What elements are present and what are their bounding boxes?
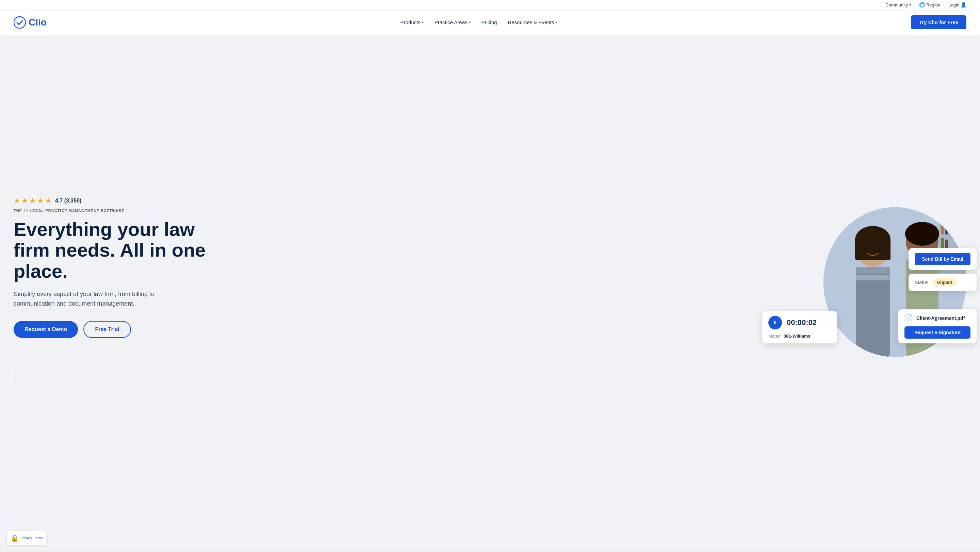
send-bill-card: Send Bill by Email <box>908 248 977 270</box>
nav-links: Products ▾ Practice Areas ▾ Pricing Reso… <box>401 19 557 25</box>
doc-filename: Client-Agreement.pdf <box>916 315 965 321</box>
legal-badge: THE #1 LEGAL PRACTICE MANAGEMENT SOFTWAR… <box>14 208 205 213</box>
matter-value: 081-Williams <box>784 334 811 339</box>
try-clio-button[interactable]: Try Clio for Free <box>911 15 966 29</box>
nav-resources[interactable]: Resources & Events ▾ <box>508 19 557 25</box>
nav-practice-areas[interactable]: Practice Areas ▾ <box>434 19 471 25</box>
timer-card: ⏸ 00:00:02 Matter 081-Williams <box>762 311 837 344</box>
recaptcha-privacy-terms[interactable]: Privacy · Terms <box>22 536 43 541</box>
community-label: Community <box>885 2 908 8</box>
timer-matter-row: Matter 081-Williams <box>768 334 817 339</box>
arrow-down-icon: ↓ <box>14 375 17 382</box>
user-icon: 👤 <box>961 2 966 8</box>
logo-link[interactable]: Clio <box>14 16 47 29</box>
top-bar: Community ▾ 🌐 Region Login 👤 <box>0 0 980 10</box>
rating-row: ★ ★ ★ ★ ★ 4.7 (3,350) <box>14 196 205 205</box>
document-card: 📄 Client-Agreement.pdf Request e-Signatu… <box>898 309 977 344</box>
svg-point-13 <box>905 222 939 246</box>
star-rating: ★ ★ ★ ★ ★ <box>14 196 52 205</box>
doc-row: 📄 Client-Agreement.pdf <box>904 314 970 322</box>
region-menu[interactable]: 🌐 Region <box>919 2 940 8</box>
svg-rect-15 <box>941 214 944 234</box>
status-label: Status <box>915 280 928 285</box>
timer-card-inner: ⏸ 00:00:02 Matter 081-Williams <box>768 316 817 339</box>
headline-line1: Everything your law <box>14 218 195 240</box>
rating-value: 4.7 (3,350) <box>55 198 81 204</box>
timer-display: 00:00:02 <box>787 318 817 327</box>
free-trial-button[interactable]: Free Trial <box>83 321 130 338</box>
svg-rect-16 <box>945 218 948 234</box>
hero-headline: Everything your law firm needs. All in o… <box>14 219 205 282</box>
star-1: ★ <box>14 196 21 205</box>
resources-chevron-icon: ▾ <box>555 21 557 24</box>
hero-buttons: Request a Demo Free Trial <box>14 321 205 338</box>
star-3: ★ <box>29 196 36 205</box>
matter-label: Matter <box>768 334 781 339</box>
community-chevron-icon: ▾ <box>909 3 911 7</box>
timer-top-row: ⏸ 00:00:02 <box>768 316 817 329</box>
status-badge: Unpaid <box>932 278 957 286</box>
star-4: ★ <box>37 196 44 205</box>
status-card: Status Unpaid <box>908 274 977 291</box>
recaptcha-badge: 🔒 Privacy · Terms <box>7 531 46 545</box>
nav-products[interactable]: Products ▾ <box>401 19 424 25</box>
star-5: ★ <box>45 196 52 205</box>
svg-rect-8 <box>855 240 891 260</box>
svg-rect-10 <box>856 275 890 280</box>
region-label: Region <box>926 2 940 8</box>
recaptcha-text: Privacy · Terms <box>22 536 43 541</box>
practice-areas-chevron-icon: ▾ <box>469 21 471 24</box>
hero-section: ★ ★ ★ ★ ★ 4.7 (3,350) THE #1 LEGAL PRACT… <box>0 35 980 550</box>
login-label: Login <box>948 2 959 8</box>
pause-button[interactable]: ⏸ <box>768 316 782 329</box>
pdf-icon: 📄 <box>904 314 913 322</box>
globe-icon: 🌐 <box>919 2 925 8</box>
scroll-arrow[interactable]: ↓ <box>14 358 205 382</box>
esignature-button[interactable]: Request e-Signature <box>904 326 970 339</box>
login-button[interactable]: Login 👤 <box>948 2 966 8</box>
recaptcha-logo-icon: 🔒 <box>11 534 19 542</box>
headline-line3: place. <box>14 260 68 282</box>
hero-right: ⏸ 00:00:02 Matter 081-Williams Send Bill… <box>769 207 966 371</box>
arrow-line <box>16 358 16 375</box>
community-menu[interactable]: Community ▾ <box>885 2 911 8</box>
nav-pricing[interactable]: Pricing <box>482 19 497 25</box>
logo-text: Clio <box>29 17 47 28</box>
hero-subtext: Simplify every aspect of your law firm, … <box>14 289 177 309</box>
hero-left: ★ ★ ★ ★ ★ 4.7 (3,350) THE #1 LEGAL PRACT… <box>14 196 205 382</box>
pause-icon: ⏸ <box>773 320 778 325</box>
main-navbar: Clio Products ▾ Practice Areas ▾ Pricing… <box>0 10 980 35</box>
products-chevron-icon: ▾ <box>422 21 424 24</box>
svg-rect-9 <box>856 267 890 274</box>
star-2: ★ <box>21 196 28 205</box>
svg-rect-17 <box>949 212 953 234</box>
request-demo-button[interactable]: Request a Demo <box>14 321 78 338</box>
svg-point-0 <box>14 17 25 28</box>
clio-logo-icon <box>14 16 26 29</box>
send-bill-button[interactable]: Send Bill by Email <box>915 253 970 265</box>
headline-line2: firm needs. All in one <box>14 239 205 261</box>
